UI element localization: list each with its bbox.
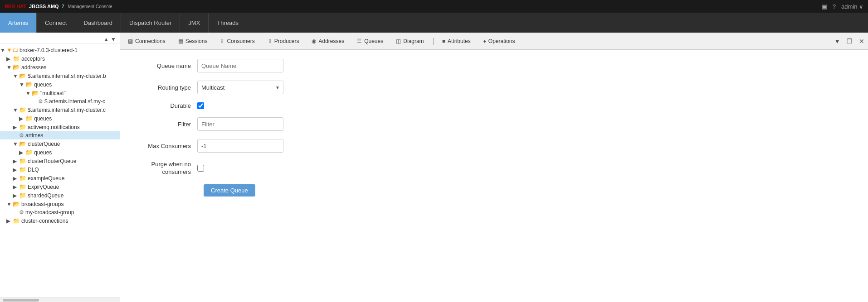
sidebar-item-artemis-internal-1[interactable]: ▼📂 $.artemis.internal.sf.my-cluster.b bbox=[0, 72, 120, 80]
tab-queues[interactable]: ☰ Queues bbox=[351, 34, 389, 48]
toggle-multicast: ▼ bbox=[25, 90, 32, 96]
sidebar-item-DLQ[interactable]: ▶📁 DLQ bbox=[0, 165, 120, 174]
map-pin-icon: ◉ bbox=[312, 38, 316, 44]
content: ▩ Connections ▦ Sessions ⇩ Consumers ⇧ P… bbox=[120, 33, 868, 302]
folder-icon: 📂 bbox=[13, 64, 20, 71]
tab-producers[interactable]: ⇧ Producers bbox=[262, 34, 305, 48]
sidebar-collapse-row: ▲ ▼ bbox=[0, 35, 120, 44]
sidebar-item-activemq-notifications[interactable]: ▶📁 activemq.notifications bbox=[0, 123, 120, 131]
help-icon[interactable]: ? bbox=[833, 3, 836, 10]
tab-expand-icon[interactable]: ❐ bbox=[845, 38, 854, 45]
brand-mgmt: Management Console bbox=[68, 4, 112, 9]
collapse-up-icon[interactable]: ▲ bbox=[103, 36, 109, 43]
routing-type-select[interactable]: Multicast Anycast bbox=[197, 81, 283, 94]
navbar: Artemis Connect Dashboard Dispatch Route… bbox=[0, 13, 868, 33]
toggle-broadcast-groups: ▼ bbox=[6, 201, 13, 207]
tree-label-artimes: artimes bbox=[25, 132, 43, 139]
sidebar-item-queues-1[interactable]: ▼📂 queues bbox=[0, 80, 120, 89]
sidebar-item-artemis-internal-sub[interactable]: ⚙ $.artemis.internal.sf.my-c bbox=[0, 97, 120, 105]
list-icon: ☰ bbox=[357, 38, 362, 44]
user-menu[interactable]: admin ∨ bbox=[841, 3, 863, 10]
folder-icon: 📁 bbox=[19, 192, 26, 199]
form-row-queue-name: Queue name bbox=[134, 59, 854, 72]
form-row-routing-type: Routing type Multicast Anycast bbox=[134, 81, 854, 94]
tree-label-queues-1: queues bbox=[34, 81, 52, 88]
sidebar-item-queues-3[interactable]: ▶📁 queues bbox=[0, 148, 120, 157]
sidebar-item-ExpiryQueue[interactable]: ▶📁 ExpiryQueue bbox=[0, 182, 120, 191]
create-queue-button[interactable]: Create Queue bbox=[204, 184, 255, 197]
upload-icon: ⇧ bbox=[268, 38, 272, 44]
tab-consumers[interactable]: ⇩ Consumers bbox=[214, 34, 260, 48]
sidebar-item-multicast[interactable]: ▼📂 "multicast" bbox=[0, 89, 120, 97]
tree-label-artemis-internal-2: $.artemis.internal.sf.my-cluster.c bbox=[28, 107, 106, 113]
folder-icon: 📁 bbox=[19, 124, 26, 130]
tab-attributes[interactable]: ■ Attributes bbox=[436, 34, 477, 48]
sidebar-item-shardedQueue[interactable]: ▶📁 shardedQueue bbox=[0, 191, 120, 200]
toggle-cluster-connections: ▶ bbox=[6, 218, 13, 224]
brand-version: 7 bbox=[62, 4, 64, 9]
collapse-down-icon[interactable]: ▼ bbox=[111, 36, 116, 43]
tree-label-activemq-notifications: activemq.notifications bbox=[28, 124, 80, 130]
folder-icon: 📁 bbox=[19, 166, 26, 173]
nav-connect[interactable]: Connect bbox=[37, 13, 75, 33]
tree-label-broker: broker-7.0.3-clustered-1 bbox=[20, 47, 78, 53]
nav-threads[interactable]: Threads bbox=[209, 13, 247, 33]
tab-separator: | bbox=[433, 37, 434, 45]
sidebar-item-exampleQueue[interactable]: ▶📁 exampleQueue bbox=[0, 174, 120, 182]
nav-dashboard[interactable]: Dashboard bbox=[75, 13, 121, 33]
tab-sessions[interactable]: ▦ Sessions bbox=[172, 34, 214, 48]
toggle-clusterRouterQueue: ▶ bbox=[13, 158, 19, 164]
durable-checkbox[interactable] bbox=[197, 102, 204, 109]
tree-label-addresses: addresses bbox=[21, 64, 46, 71]
queue-name-input[interactable] bbox=[197, 59, 283, 72]
folder-icon: 📂 bbox=[19, 72, 26, 79]
tree-label-cluster-connections: cluster-connections bbox=[21, 218, 68, 224]
sidebar-item-clusterRouterQueue[interactable]: ▶📁 clusterRouterQueue bbox=[0, 157, 120, 165]
filter-label: Filter bbox=[134, 121, 197, 128]
tree-label-artemis-internal-sub: $.artemis.internal.sf.my-c bbox=[44, 98, 105, 105]
folder-icon: 📁 bbox=[13, 55, 20, 62]
max-consumers-label: Max Consumers bbox=[134, 143, 197, 149]
sidebar-item-queues-2[interactable]: ▶📁 queues bbox=[0, 114, 120, 123]
tab-operations[interactable]: ♦ Operations bbox=[478, 34, 521, 48]
sidebar-item-broadcast-groups[interactable]: ▼📂 broadcast-groups bbox=[0, 200, 120, 208]
tab-diagram[interactable]: ◫ Diagram bbox=[390, 34, 429, 48]
tree-label-queues-2: queues bbox=[34, 115, 52, 122]
tab-addresses[interactable]: ◉ Addresses bbox=[306, 34, 350, 48]
nav-artemis[interactable]: Artemis bbox=[0, 13, 37, 33]
tab-close-icon[interactable]: ✕ bbox=[857, 38, 866, 45]
nav-jmx[interactable]: JMX bbox=[180, 13, 209, 33]
sidebar-scrollbar[interactable] bbox=[0, 297, 120, 302]
gear-icon: ⚙ bbox=[38, 98, 43, 105]
sidebar-item-broker[interactable]: ▼▼🗂 broker-7.0.3-clustered-1 bbox=[0, 46, 120, 54]
brand: RED HAT JBOSS AMQ 7 Management Console bbox=[5, 4, 112, 9]
sidebar-item-artimes[interactable]: ⚙ artimes bbox=[0, 131, 120, 139]
scroll-thumb bbox=[3, 299, 39, 302]
max-consumers-input[interactable] bbox=[197, 139, 283, 153]
sidebar-item-clusterQueue[interactable]: ▼📂 clusterQueue bbox=[0, 139, 120, 148]
folder-icon: 📂 bbox=[13, 201, 20, 207]
tree-label-multicast: "multicast" bbox=[40, 90, 66, 96]
tree-label-DLQ: DLQ bbox=[28, 167, 39, 173]
tab-dropdown-icon[interactable]: ▼ bbox=[832, 38, 842, 45]
sidebar-item-acceptors[interactable]: ▶📁 acceptors bbox=[0, 54, 120, 63]
sidebar-item-addresses[interactable]: ▼📂 addresses bbox=[0, 63, 120, 72]
tab-connections[interactable]: ▩ Connections bbox=[122, 34, 171, 48]
nav-dispatch-router[interactable]: Dispatch Router bbox=[121, 13, 180, 33]
filter-input[interactable] bbox=[197, 117, 283, 131]
sidebar-item-artemis-internal-2[interactable]: ▼📁 $.artemis.internal.sf.my-cluster.c bbox=[0, 105, 120, 114]
folder-icon: 📂 bbox=[32, 90, 39, 96]
form-row-max-consumers: Max Consumers bbox=[134, 139, 854, 153]
purge-checkbox[interactable] bbox=[197, 165, 204, 172]
attributes-icon: ■ bbox=[442, 38, 445, 44]
desktop-icon[interactable]: ▣ bbox=[822, 3, 827, 10]
form-row-filter: Filter bbox=[134, 117, 854, 131]
toggle-DLQ: ▶ bbox=[13, 167, 19, 173]
sidebar-item-cluster-connections[interactable]: ▶📁 cluster-connections bbox=[0, 216, 120, 225]
folder-icon: 📁 bbox=[19, 183, 26, 190]
sidebar-item-my-broadcast-group[interactable]: ⚙ my-broadcast-group bbox=[0, 208, 120, 216]
sidebar-tree: ▼▼🗂 broker-7.0.3-clustered-1▶📁 acceptors… bbox=[0, 46, 120, 225]
toggle-artemis-internal-1: ▼ bbox=[13, 73, 19, 79]
toggle-shardedQueue: ▶ bbox=[13, 192, 19, 199]
folder-icon: 📁 bbox=[25, 149, 33, 156]
